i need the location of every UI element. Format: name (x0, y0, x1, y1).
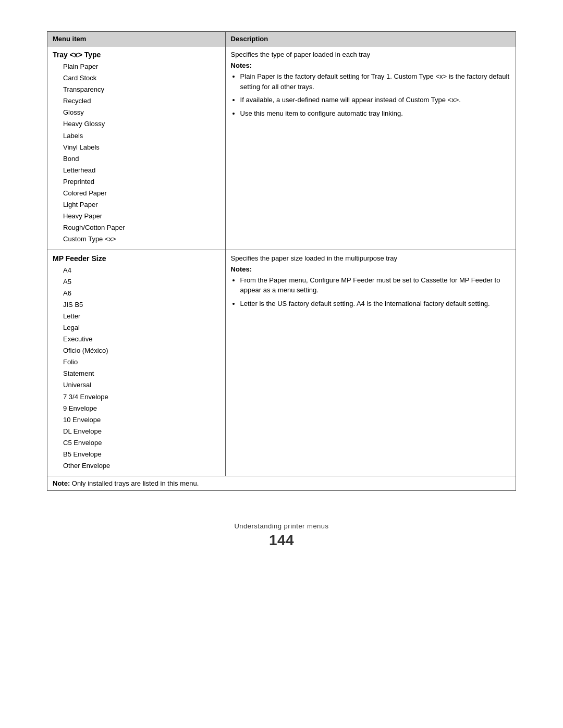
desc-intro-mp-feeder-size: Specifies the paper size loaded in the m… (231, 254, 510, 262)
note-item: If available, a user-defined name will a… (240, 95, 510, 105)
footer-note-cell: Note: Only installed trays are listed in… (47, 476, 516, 491)
sub-item: DL Envelope (53, 426, 220, 437)
footer-text: Understanding printer menus (234, 522, 328, 530)
sub-item: B5 Envelope (53, 449, 220, 460)
main-table: Menu item Description Tray <x> TypePlain… (47, 31, 516, 491)
sub-item: Custom Type <x> (53, 233, 220, 245)
desc-cell-tray-type: Specifies the type of paper loaded in ea… (225, 46, 516, 250)
sub-item: Legal (53, 322, 220, 334)
table-row-mp-feeder-size: MP Feeder SizeA4A5A6JIS B5LetterLegalExe… (47, 250, 516, 476)
sub-item: Heavy Paper (53, 211, 220, 222)
sub-item: Bond (53, 153, 220, 165)
sub-item: Vinyl Labels (53, 142, 220, 153)
note-item: Letter is the US factory default setting… (240, 299, 510, 309)
sub-item: Labels (53, 130, 220, 142)
sub-item: Universal (53, 379, 220, 391)
sub-item: Light Paper (53, 199, 220, 211)
sub-item: Rough/Cotton Paper (53, 222, 220, 233)
notes-label-tray-type: Notes: (231, 61, 510, 69)
sub-item: Executive (53, 334, 220, 345)
sub-item: Letterhead (53, 165, 220, 176)
desc-cell-mp-feeder-size: Specifies the paper size loaded in the m… (225, 250, 516, 476)
sub-item: Letter (53, 311, 220, 322)
sub-item: JIS B5 (53, 299, 220, 311)
sub-item: 7 3/4 Envelope (53, 391, 220, 403)
sub-item: A6 (53, 288, 220, 299)
sub-item: Preprinted (53, 176, 220, 188)
sub-item: Oficio (México) (53, 345, 220, 356)
sub-item: 10 Envelope (53, 414, 220, 426)
page-container: Menu item Description Tray <x> TypePlain… (47, 31, 516, 549)
sub-item: Transparency (53, 84, 220, 95)
menu-item-cell-tray-type: Tray <x> TypePlain PaperCard StockTransp… (47, 46, 226, 250)
sub-item: A4 (53, 265, 220, 276)
page-footer: Understanding printer menus 144 (47, 522, 516, 549)
sub-item: Glossy (53, 107, 220, 118)
notes-list-mp-feeder-size: From the Paper menu, Configure MP Feeder… (231, 275, 510, 309)
sub-item: C5 Envelope (53, 437, 220, 449)
sub-item: 9 Envelope (53, 403, 220, 414)
desc-intro-tray-type: Specifies the type of paper loaded in ea… (231, 51, 510, 58)
page-number: 144 (47, 532, 516, 549)
sub-item: Heavy Glossy (53, 118, 220, 130)
col-header-menu-item: Menu item (47, 32, 226, 46)
sub-item: Card Stock (53, 72, 220, 84)
note-item: Plain Paper is the factory default setti… (240, 71, 510, 92)
sub-item: Other Envelope (53, 460, 220, 472)
sub-item: Folio (53, 356, 220, 368)
sub-item: A5 (53, 276, 220, 288)
sub-item: Plain Paper (53, 61, 220, 72)
sub-item: Statement (53, 368, 220, 379)
col-header-description: Description (225, 32, 516, 46)
row-title-tray-type: Tray <x> Type (53, 51, 220, 59)
sub-item: Colored Paper (53, 188, 220, 199)
menu-item-cell-mp-feeder-size: MP Feeder SizeA4A5A6JIS B5LetterLegalExe… (47, 250, 226, 476)
row-title-mp-feeder-size: MP Feeder Size (53, 254, 220, 263)
notes-list-tray-type: Plain Paper is the factory default setti… (231, 71, 510, 118)
sub-item: Recycled (53, 95, 220, 107)
note-item: Use this menu item to configure automati… (240, 108, 510, 119)
footer-row: Note: Only installed trays are listed in… (47, 476, 516, 491)
notes-label-mp-feeder-size: Notes: (231, 265, 510, 273)
note-item: From the Paper menu, Configure MP Feeder… (240, 275, 510, 295)
table-row-tray-type: Tray <x> TypePlain PaperCard StockTransp… (47, 46, 516, 250)
